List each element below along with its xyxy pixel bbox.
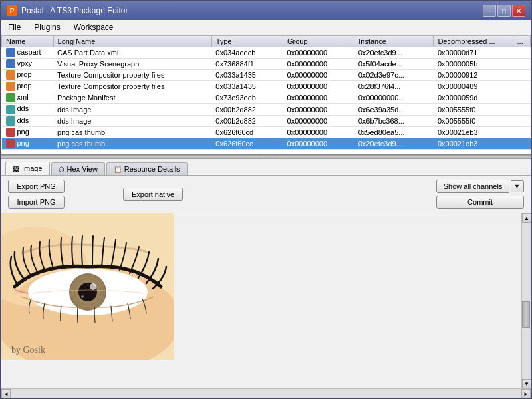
table-row[interactable]: xmlPackage Manifest0x73e93eeb0x000000000…: [2, 92, 531, 104]
menu-file[interactable]: File: [4, 21, 25, 33]
commit-button[interactable]: Commit: [436, 196, 524, 209]
table-body: caspartCAS Part Data xml0x034aeecb0x0000…: [2, 47, 531, 150]
cell-type: 0x00b2d882: [211, 104, 283, 115]
cell-name: xml: [2, 92, 54, 104]
cell-group: 0x00000000: [283, 92, 354, 104]
file-table-container[interactable]: Name Long Name Type Group Instance Decom…: [1, 35, 531, 155]
cell-group: 0x00000000: [283, 47, 354, 59]
table-row[interactable]: propTexture Compositor property files0x0…: [2, 70, 531, 81]
tab-image[interactable]: 🖼 Image: [5, 162, 50, 175]
cell-name: dds: [2, 115, 54, 126]
row-icon: [6, 48, 15, 57]
show-channels-dropdown: Show all channels ▼: [436, 180, 524, 193]
bottom-image-area: by Gosik ▲ ▼ ◄ ►: [1, 213, 531, 398]
cell-longname: png cas thumb: [53, 138, 211, 149]
col-decompressed: Decompressed ...: [434, 36, 513, 47]
cell-extra: [513, 70, 530, 81]
row-icon: [6, 128, 15, 137]
scroll-track[interactable]: [522, 223, 531, 379]
cell-instance: 0x5f04acde...: [354, 59, 434, 70]
cell-longname: CAS Part Data xml: [53, 47, 211, 59]
scroll-container: by Gosik ▲ ▼: [1, 213, 531, 388]
cell-decompressed: 0x0000005b: [434, 59, 513, 70]
bottom-panel: 🖼 Image ⬡ Hex View 📋 Resource Details Ex…: [1, 159, 531, 398]
table-row[interactable]: propTexture Compositor property files0x0…: [2, 81, 531, 92]
export-native-button[interactable]: Export native: [123, 188, 183, 201]
scroll-thumb[interactable]: [522, 301, 530, 328]
cell-type: 0x626f60cd: [211, 126, 283, 138]
main-content: Name Long Name Type Group Instance Decom…: [1, 35, 531, 398]
cell-extra: [513, 138, 530, 149]
cell-type: 0x033a1435: [211, 81, 283, 92]
cell-extra: [513, 92, 530, 104]
cell-extra: [513, 59, 530, 70]
table-row[interactable]: ddsdds Image0x00b2d8820x000000000x6b7bc3…: [2, 115, 531, 126]
cell-name: prop: [2, 81, 54, 92]
menu-bar: File Plugins Workspace: [1, 20, 531, 35]
row-icon: [6, 70, 15, 80]
horizontal-scrollbar[interactable]: ◄ ►: [1, 388, 531, 398]
h-scroll-track[interactable]: [11, 389, 521, 398]
window-title: Postal - A TS3 Package Editor: [21, 6, 128, 15]
tab-hex-view[interactable]: ⬡ Hex View: [51, 162, 105, 175]
cell-group: 0x00000000: [283, 81, 354, 92]
show-channels-arrow[interactable]: ▼: [511, 180, 524, 192]
menu-workspace[interactable]: Workspace: [70, 21, 118, 33]
cell-decompressed: 0x0000059d: [434, 92, 513, 104]
title-bar: P Postal - A TS3 Package Editor ─ □ ✕: [1, 1, 531, 20]
cell-longname: dds Image: [53, 104, 211, 115]
cell-name: prop: [2, 70, 54, 81]
cell-type: 0x626f60ce: [211, 138, 283, 149]
menu-plugins[interactable]: Plugins: [30, 21, 64, 33]
cell-instance: 0x6e39a35d...: [354, 104, 434, 115]
cell-longname: Texture Compositor property files: [53, 70, 211, 81]
cell-extra: [513, 104, 530, 115]
svg-point-9: [90, 283, 96, 290]
scroll-up-button[interactable]: ▲: [522, 213, 531, 223]
cell-instance: 0x02d3e97c...: [354, 70, 434, 81]
show-all-channels-button[interactable]: Show all channels: [436, 180, 509, 193]
cell-group: 0x00000000: [283, 70, 354, 81]
export-png-button[interactable]: Export PNG: [8, 180, 65, 193]
table-row[interactable]: caspartCAS Part Data xml0x034aeecb0x0000…: [2, 47, 531, 59]
controls-left: Export PNG Import PNG: [8, 180, 65, 209]
tab-hex-icon: ⬡: [59, 166, 65, 173]
minimize-button[interactable]: ─: [483, 5, 496, 17]
scroll-right-button[interactable]: ►: [521, 389, 531, 398]
cell-instance: 0x20efc3d9...: [354, 47, 434, 59]
cell-extra: [513, 81, 530, 92]
col-longname: Long Name: [53, 36, 211, 47]
image-display: by Gosik: [1, 213, 174, 360]
cell-instance: 0x00000000...: [354, 92, 434, 104]
cell-name: caspart: [2, 47, 54, 59]
import-png-button[interactable]: Import PNG: [8, 196, 65, 209]
controls-area: Export PNG Import PNG Export native Show…: [1, 176, 531, 213]
cell-type: 0x00b2d882: [211, 115, 283, 126]
cell-type: 0x73e93eeb: [211, 92, 283, 104]
table-row[interactable]: vpxyVisual Proxy Scenegraph0x736884f10x0…: [2, 59, 531, 70]
tab-image-label: Image: [22, 164, 43, 172]
scroll-left-button[interactable]: ◄: [1, 389, 11, 398]
cell-extra: [513, 126, 530, 138]
cell-decompressed: 0x00021eb3: [434, 126, 513, 138]
row-icon: [6, 82, 15, 91]
tab-resource-label: Resource Details: [124, 165, 180, 173]
image-scroll[interactable]: by Gosik: [1, 213, 521, 388]
col-extra: ...: [513, 36, 530, 47]
scroll-down-button[interactable]: ▼: [522, 379, 531, 388]
cell-decompressed: 0x00000489: [434, 81, 513, 92]
maximize-button[interactable]: □: [497, 5, 511, 17]
cell-decompressed: 0x00000912: [434, 70, 513, 81]
app-icon: P: [7, 5, 17, 16]
vertical-scrollbar[interactable]: ▲ ▼: [521, 213, 531, 388]
table-row[interactable]: pngpng cas thumb0x626f60ce0x000000000x20…: [2, 138, 531, 149]
col-group: Group: [283, 36, 354, 47]
tab-resource-details[interactable]: 📋 Resource Details: [106, 162, 188, 175]
title-buttons: ─ □ ✕: [483, 5, 525, 17]
table-row[interactable]: ddsdds Image0x00b2d8820x000000000x6e39a3…: [2, 104, 531, 115]
table-row[interactable]: pngpng cas thumb0x626f60cd0x000000000x5e…: [2, 126, 531, 138]
close-button[interactable]: ✕: [512, 5, 525, 17]
cell-group: 0x00000000: [283, 126, 354, 138]
cell-longname: png cas thumb: [53, 126, 211, 138]
cell-instance: 0x28f376f4...: [354, 81, 434, 92]
